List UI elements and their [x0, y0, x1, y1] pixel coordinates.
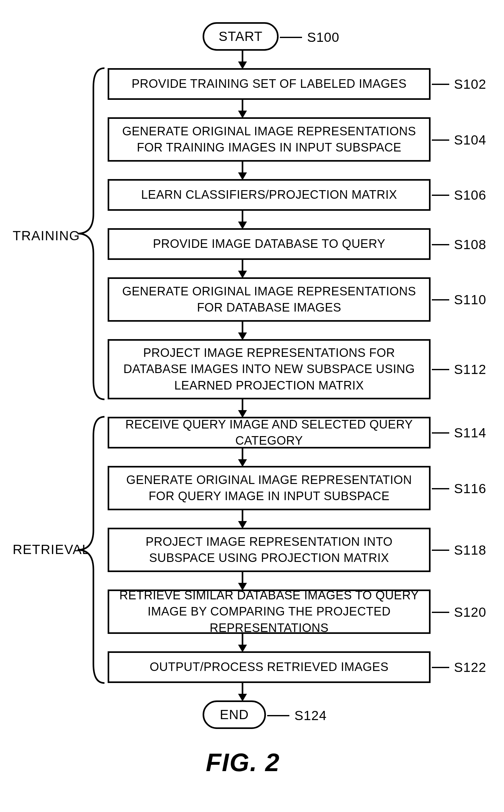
step-s112: PROJECT IMAGE REPRESENTATIONS FOR DATABA… [108, 339, 431, 399]
step-s122: OUTPUT/PROCESS RETRIEVED IMAGES [108, 651, 431, 683]
step-text: PROVIDE TRAINING SET OF LABELED IMAGES [132, 76, 407, 92]
arrow-s106-s108 [239, 211, 246, 229]
arrow-s116-s118 [239, 510, 246, 529]
ref-s112: S112 [454, 362, 486, 377]
ref-start: S100 [307, 30, 339, 45]
step-s102: PROVIDE TRAINING SET OF LABELED IMAGES [108, 68, 431, 100]
ref-s108: S108 [454, 237, 486, 252]
step-text: GENERATE ORIGINAL IMAGE REPRESENTATIONS … [116, 123, 423, 156]
ref-end: S124 [294, 708, 327, 723]
ref-s114: S114 [454, 425, 486, 441]
leader-s120 [432, 612, 449, 613]
start-text: START [219, 29, 263, 44]
arrow-s104-s106 [239, 162, 246, 180]
leader-line-end [267, 715, 289, 716]
leader-s104 [432, 139, 449, 141]
leader-s122 [432, 667, 449, 668]
leader-s110 [432, 299, 449, 301]
step-text: PROJECT IMAGE REPRESENTATIONS FOR DATABA… [116, 345, 423, 394]
step-text: PROJECT IMAGE REPRESENTATION INTO SUBSPA… [116, 534, 423, 566]
leader-s114 [432, 432, 449, 434]
group-label-training: TRAINING [13, 228, 80, 244]
ref-s102: S102 [454, 77, 486, 92]
start-terminal: START [203, 22, 279, 51]
step-text: PROVIDE IMAGE DATABASE TO QUERY [153, 236, 385, 252]
ref-s106: S106 [454, 187, 486, 203]
step-s106: LEARN CLASSIFIERS/PROJECTION MATRIX [108, 179, 431, 211]
step-text: RETRIEVE SIMILAR DATABASE IMAGES TO QUER… [116, 587, 423, 636]
arrow-s112-s114 [239, 399, 246, 418]
leader-s118 [432, 549, 449, 551]
arrow-s102-s104 [239, 100, 246, 118]
brace-training [76, 68, 106, 399]
end-text: END [220, 707, 249, 722]
arrow-start-s102 [239, 51, 246, 69]
ref-s120: S120 [454, 605, 486, 620]
figure-title: FIG. 2 [206, 748, 280, 777]
step-text: GENERATE ORIGINAL IMAGE REPRESENTATION F… [116, 472, 423, 504]
leader-s106 [432, 194, 449, 196]
arrow-s120-s122 [239, 634, 246, 652]
leader-s112 [432, 369, 449, 370]
arrow-s114-s116 [239, 448, 246, 467]
end-terminal: END [203, 701, 266, 729]
ref-s104: S104 [454, 132, 486, 148]
step-s110: GENERATE ORIGINAL IMAGE REPRESENTATIONS … [108, 277, 431, 322]
step-text: GENERATE ORIGINAL IMAGE REPRESENTATIONS … [116, 283, 423, 316]
arrow-s122-end [239, 683, 246, 701]
step-text: OUTPUT/PROCESS RETRIEVED IMAGES [150, 659, 389, 675]
step-s104: GENERATE ORIGINAL IMAGE REPRESENTATIONS … [108, 117, 431, 162]
brace-retrieval [76, 417, 106, 683]
leader-s116 [432, 488, 449, 489]
ref-s122: S122 [454, 660, 486, 675]
step-text: RECEIVE QUERY IMAGE AND SELECTED QUERY C… [116, 416, 423, 449]
step-text: LEARN CLASSIFIERS/PROJECTION MATRIX [141, 187, 397, 203]
step-s118: PROJECT IMAGE REPRESENTATION INTO SUBSPA… [108, 528, 431, 572]
leader-s108 [432, 244, 449, 245]
ref-s116: S116 [454, 481, 486, 496]
arrow-s110-s112 [239, 322, 246, 340]
ref-s110: S110 [454, 292, 486, 308]
arrow-s108-s110 [239, 260, 246, 278]
ref-s118: S118 [454, 542, 486, 558]
step-s120: RETRIEVE SIMILAR DATABASE IMAGES TO QUER… [108, 589, 431, 634]
step-s108: PROVIDE IMAGE DATABASE TO QUERY [108, 228, 431, 260]
leader-line-start [280, 37, 302, 38]
step-s116: GENERATE ORIGINAL IMAGE REPRESENTATION F… [108, 466, 431, 510]
leader-s102 [432, 84, 449, 85]
step-s114: RECEIVE QUERY IMAGE AND SELECTED QUERY C… [108, 417, 431, 448]
